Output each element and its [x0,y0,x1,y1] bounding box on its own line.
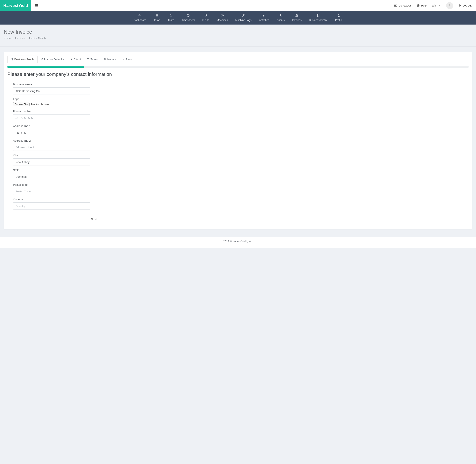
bolt-icon [262,14,266,17]
nav-profile[interactable]: Profile [332,14,345,21]
gear-icon [40,58,43,60]
nav-label: Invoices [292,19,301,21]
nav-clients[interactable]: Clients [274,14,288,21]
main-nav: Dashboard Tasks Team Timesheets Fields M… [0,11,476,25]
wizard-progress [8,66,468,68]
content-wrap: Business Profile Invoice Defaults Client… [0,47,476,232]
nav-label: Team [168,19,174,21]
user-name: John [432,4,437,7]
nav-dashboard[interactable]: Dashboard [131,14,149,21]
footer: 2017 © HarvestYield, Inc. [0,237,476,248]
svg-point-9 [41,59,42,59]
logout-label: Log out [463,4,472,7]
country-label: Country [13,198,90,201]
page-header: New Invoice Home / Invoices / Invoice De… [0,25,476,47]
contact-us-link[interactable]: Contact Us [394,4,411,7]
nav-fields[interactable]: Fields [199,14,212,21]
svg-point-5 [205,15,206,15]
phone-label: Phone number [13,110,90,113]
city-label: City [13,154,90,157]
nav-label: Tasks [154,19,160,21]
nav-label: Dashboard [134,19,146,21]
tab-finish[interactable]: Finish [119,56,136,63]
logout-link[interactable]: Log out [458,4,472,7]
tab-business-profile[interactable]: Business Profile [8,56,38,63]
postal-input[interactable] [13,188,90,195]
section-heading: Please enter your company's contact info… [8,71,468,77]
breadcrumb-current: Invoice Details [29,37,46,40]
tab-invoice-defaults[interactable]: Invoice Defaults [38,56,67,63]
star-icon [279,14,282,17]
topbar: HarvestYield Contact Us Help John Log ou… [0,0,476,11]
clock-icon [186,14,190,17]
country-input[interactable] [13,203,90,210]
nav-machine-logs[interactable]: Machine Logs [233,14,254,21]
next-button[interactable]: Next [88,216,100,222]
page-title: New Invoice [4,29,472,35]
nav-label: Profile [335,19,342,21]
city-input[interactable] [13,158,90,165]
user-menu[interactable]: John [432,4,441,7]
svg-point-2 [170,15,171,15]
nav-label: Machine Logs [235,19,252,21]
state-label: State [13,168,90,172]
nav-invoices[interactable]: Invoices [289,14,305,21]
topbar-right: Contact Us Help John Log out [394,0,476,11]
help-link[interactable]: Help [417,4,427,7]
tab-client[interactable]: Client [67,56,84,63]
nav-team[interactable]: Team [165,14,177,21]
check-icon [122,58,125,60]
globe-icon [417,4,420,7]
list-icon [87,58,89,60]
tab-label: Finish [126,58,133,61]
breadcrumb-home[interactable]: Home [4,37,10,40]
hamburger-area [31,0,42,11]
tab-label: Invoice [107,58,116,61]
team-icon [169,14,173,17]
chevron-down-icon [439,5,441,7]
address2-input[interactable] [13,144,90,151]
file-status: No file chosen [31,103,49,106]
tab-invoice[interactable]: Invoice [101,56,119,63]
nav-tasks[interactable]: Tasks [151,14,163,21]
nav-timesheets[interactable]: Timesheets [178,14,198,21]
svg-point-6 [221,16,222,16]
bookmark-icon [317,14,320,17]
choose-file-button[interactable]: Choose File [13,102,29,106]
contact-us-label: Contact Us [399,4,411,7]
truck-icon [221,14,224,17]
address1-label: Address line 1 [13,124,90,127]
nav-label: Timesheets [182,19,195,21]
nav-label: Activities [259,19,269,21]
user-icon [447,3,452,8]
progress-bar [8,66,84,68]
breadcrumb-separator: / [27,37,27,40]
user-icon [337,14,340,17]
address1-input[interactable] [13,129,90,136]
nav-business-profile[interactable]: Business Profile [306,14,330,21]
wizard-tabs: Business Profile Invoice Defaults Client… [8,56,468,63]
phone-input[interactable] [13,114,90,121]
logout-icon [458,4,461,7]
nav-label: Business Profile [309,19,328,21]
state-input[interactable] [13,173,90,180]
list-icon [155,14,159,17]
address2-label: Address line 2 [13,139,90,142]
bookmark-icon [10,58,13,61]
brand-logo[interactable]: HarvestYield [0,0,31,11]
business-profile-form: Business name Logo Choose File No file c… [8,83,90,222]
menu-toggle-icon[interactable] [35,4,38,7]
nav-machines[interactable]: Machines [214,14,231,21]
business-name-input[interactable] [13,87,90,95]
envelope-icon [394,4,397,7]
svg-point-3 [171,15,172,15]
bank-icon [104,58,106,60]
tab-tasks[interactable]: Tasks [84,56,101,63]
postal-label: Postal code [13,183,90,186]
help-label: Help [421,4,427,7]
nav-activities[interactable]: Activities [256,14,272,21]
avatar[interactable] [446,2,453,9]
card: Business Profile Invoice Defaults Client… [4,52,472,229]
breadcrumb-invoices[interactable]: Invoices [15,37,25,40]
logo-label: Logo [13,97,90,101]
